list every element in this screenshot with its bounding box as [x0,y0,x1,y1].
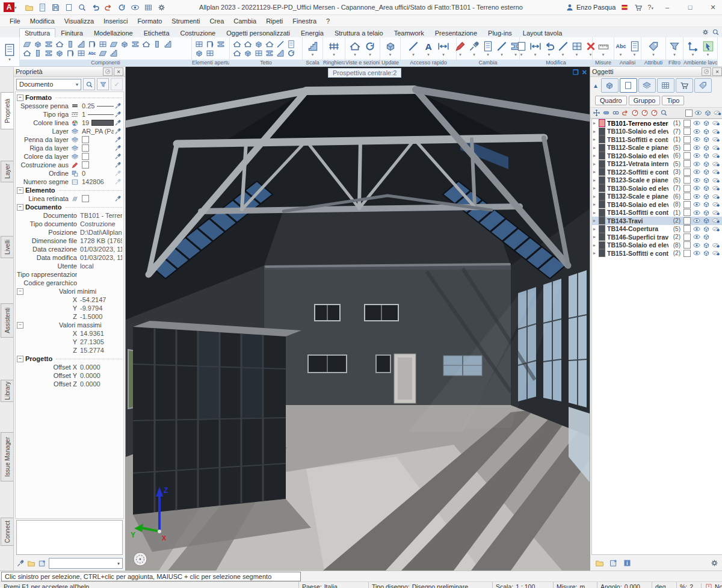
side-tab-issue-manager[interactable]: Issue Manager [1,432,13,481]
pipette-icon[interactable] [114,102,122,110]
object-row[interactable]: ▸TB146-Superfici travi(2) [592,233,722,241]
checkbox[interactable] [683,193,691,200]
refresh-icon[interactable] [117,2,127,13]
draw-state-icon[interactable] [711,249,721,257]
menu-formato[interactable]: Formato [132,17,167,25]
object-row[interactable]: ▸TB132-Scale e pianerottoli(6) [592,193,722,201]
object-row[interactable]: ▸TB101-Terreno esterno(1) [592,119,722,128]
grid-icon[interactable] [143,2,153,13]
cube-3d-icon[interactable] [702,184,711,192]
info-icon[interactable] [623,559,632,568]
side-tab-library[interactable]: Library [1,380,13,402]
menu-ripeti[interactable]: Ripeti [261,17,288,25]
roof-icon[interactable] [55,40,64,49]
visibility-eye-icon[interactable] [692,135,702,143]
visibility-eye-icon[interactable] [692,249,702,257]
close-button[interactable]: ✕ [704,1,722,14]
side-tab-connect[interactable]: Connect [1,518,13,546]
checkbox[interactable] [683,176,691,184]
a-icon[interactable]: ▾ [422,40,435,57]
expand-icon[interactable]: ▸ [593,120,599,126]
panel-settings-icon[interactable] [702,67,711,76]
pipette-icon[interactable] [114,136,122,143]
minimize-button[interactable]: – [658,1,676,14]
expand-icon[interactable]: ▸ [593,185,599,191]
door-icon[interactable] [205,40,215,49]
beam-icon[interactable] [44,49,54,58]
collapse-icon[interactable]: − [17,187,23,194]
pipette-icon[interactable] [114,128,122,135]
page-icon[interactable]: ▾ [516,40,528,57]
visibility-eye-icon[interactable] [692,144,702,152]
cube-3d-icon[interactable] [702,225,711,233]
expand-icon[interactable]: ▸ [593,169,599,175]
cube-icon[interactable] [254,40,264,49]
beam-icon[interactable] [131,40,140,49]
checkbox[interactable] [683,185,691,192]
expand-icon[interactable]: ▸ [593,210,599,215]
menu-crea[interactable]: Crea [205,17,229,25]
expand-icon[interactable]: ▸ [593,137,599,142]
shop-cart-icon[interactable] [634,3,643,12]
axes-icon[interactable]: ▾ [687,40,700,57]
gear-icon[interactable] [710,559,719,568]
tab-etichetta[interactable]: Etichetta [138,28,175,37]
undo-icon[interactable]: ▾ [543,40,555,57]
column-icon[interactable] [66,40,75,49]
collapse-icon[interactable]: − [17,94,23,101]
column-icon[interactable] [33,49,43,58]
cube-3d-icon[interactable] [702,135,711,143]
object-row[interactable]: ▸TB112-Scale e pianerottoli(5) [592,144,722,152]
cube-icon[interactable] [601,78,619,93]
checkbox[interactable] [683,234,691,241]
visibility-eye-icon[interactable] [692,200,702,208]
object-row[interactable]: ▸TB151-Soffitti e controsoffi...(2) [592,249,722,258]
expand-icon[interactable]: ▸ [593,243,599,248]
3d-scene[interactable]: Z Y X [126,67,590,571]
cube-3d-icon[interactable] [702,249,711,257]
object-row[interactable]: ▸TB123-Scale e pianerottoli(5) [592,176,722,185]
tab-teamwork[interactable]: Teamwork [389,28,430,37]
visibility-eye-icon[interactable] [692,217,702,224]
gear-icon[interactable] [156,2,167,13]
window-icon[interactable] [98,40,108,49]
visibility-eye-icon[interactable] [692,119,702,127]
line-icon[interactable]: ▾ [407,40,420,57]
collapse-icon[interactable]: − [17,288,23,295]
checkbox[interactable] [683,160,691,167]
cursor-icon[interactable]: ▾ [702,40,715,57]
side-tab-assistenti[interactable]: Assistenti [1,303,13,338]
pipette-icon[interactable] [114,111,122,118]
expand-icon[interactable]: ▸ [593,226,599,232]
visibility-eye-icon[interactable] [692,209,702,217]
gauge-icon[interactable] [631,109,639,117]
cube-3d-icon[interactable] [702,168,711,176]
magnifier-icon[interactable] [660,109,668,117]
tab-struttura[interactable]: Struttura [19,28,55,37]
draw-state-icon[interactable] [711,152,721,159]
doclist-icon[interactable]: ▾ [629,40,641,57]
menu-finestra[interactable]: Finestra [288,17,321,25]
capsule-icon[interactable] [602,109,610,117]
stairs-icon[interactable] [109,49,119,58]
checkbox[interactable] [683,120,691,127]
funnel-icon[interactable]: ▾ [668,40,681,57]
expand-icon[interactable]: ▸ [593,145,599,150]
pipette-icon[interactable] [114,119,122,126]
checkbox[interactable] [683,169,691,176]
checkbox[interactable] [683,241,691,249]
roof-icon[interactable]: ▾ [348,40,362,57]
beam-icon[interactable] [44,40,54,49]
cube-3d-icon[interactable] [702,217,711,224]
menu-item[interactable]: ? [321,17,335,25]
expand-icon[interactable]: ▸ [593,218,599,223]
roof-icon[interactable] [141,40,151,49]
object-row[interactable]: ▸TB141-Soffitti e controsoffi...(1) [592,209,722,217]
cube3d-icon[interactable] [704,109,712,117]
visibility-eye-icon[interactable] [692,225,702,233]
beam-icon[interactable] [265,49,274,58]
stairs-icon[interactable]: ▾ [306,40,319,57]
abc-icon[interactable] [87,49,97,58]
visibility-eye-icon[interactable] [692,176,702,184]
dim-icon[interactable]: ▾ [529,40,542,57]
